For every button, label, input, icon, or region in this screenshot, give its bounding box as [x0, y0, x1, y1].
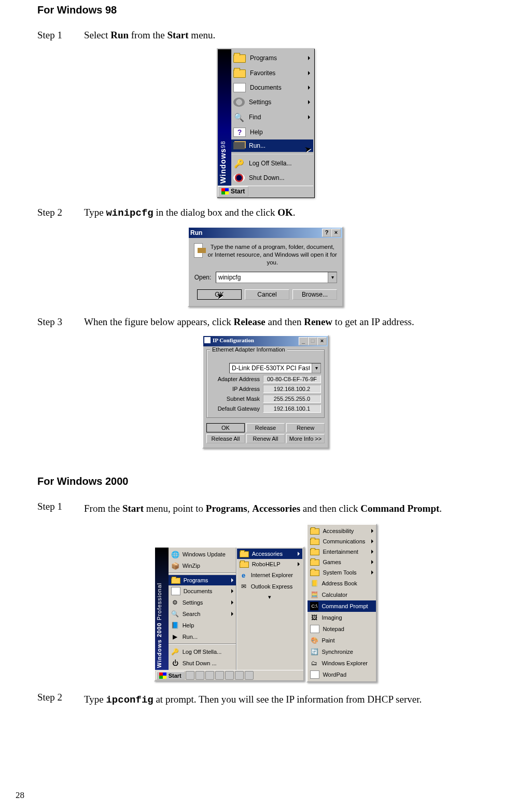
- quicklaunch-icon[interactable]: [215, 671, 224, 680]
- menu-item-search[interactable]: 🔍Search: [169, 608, 236, 620]
- submenu-item-system-tools[interactable]: System Tools: [308, 567, 376, 578]
- dialog-titlebar[interactable]: Run ? ×: [189, 228, 342, 238]
- renew-button[interactable]: Renew: [286, 423, 325, 432]
- quicklaunch-icon[interactable]: [245, 671, 254, 680]
- submenu-item-wordpad[interactable]: WordPad: [308, 669, 376, 680]
- menu-item-help[interactable]: 📘Help: [169, 620, 236, 631]
- menu-item-logoff[interactable]: 🔑Log Off Stella...: [169, 646, 236, 657]
- window-titlebar[interactable]: IP Configuration _ □ ×: [203, 336, 328, 346]
- maximize-button[interactable]: □: [308, 337, 317, 345]
- menu-label: Address Book: [322, 580, 357, 586]
- adapter-group: Ethernet Adapter Information Adapter Add…: [206, 349, 325, 418]
- menu-item-settings[interactable]: ⚙Settings: [169, 597, 236, 608]
- menu-item-programs[interactable]: Programs: [231, 50, 313, 65]
- text: When the figure below appears, click: [84, 316, 234, 327]
- menu-item-run[interactable]: Run...➤: [231, 139, 313, 152]
- quicklaunch-icon[interactable]: [235, 671, 244, 680]
- submenu-item-ie[interactable]: eInternet Explorer: [237, 569, 302, 581]
- submenu-item-outlook[interactable]: ✉Outlook Express: [237, 581, 302, 592]
- menu-item-favorites[interactable]: Favorites: [231, 65, 313, 80]
- menu-label: Favorites: [250, 69, 275, 77]
- menu-label: Help: [250, 129, 263, 136]
- start-button[interactable]: Start: [218, 186, 248, 197]
- browse-button[interactable]: Browse...: [292, 289, 337, 300]
- paint-icon: 🎨: [310, 636, 318, 645]
- menu-label: Programs: [250, 54, 277, 62]
- settings-icon: [233, 97, 245, 107]
- menu-item-settings[interactable]: Settings: [231, 95, 313, 109]
- start-button[interactable]: Start: [156, 671, 185, 680]
- help-button[interactable]: ?: [322, 229, 331, 237]
- submenu-item-accessories[interactable]: Accessories: [237, 549, 302, 559]
- submenu-item-notepad[interactable]: Notepad: [308, 623, 376, 635]
- quicklaunch-icon[interactable]: [195, 671, 204, 680]
- ok-button[interactable]: OK: [206, 423, 245, 432]
- submenu-expand[interactable]: ▾: [237, 592, 302, 602]
- open-combobox[interactable]: [216, 272, 337, 283]
- menu-item-find[interactable]: 🔍Find: [231, 109, 313, 125]
- adapter-address-value: 00-80-C8-EF-76-9F: [263, 375, 321, 383]
- submenu-arrow-icon: [298, 562, 300, 566]
- adapter-value[interactable]: [230, 363, 312, 373]
- close-button[interactable]: ×: [317, 337, 327, 345]
- menu-label: Help: [183, 622, 194, 628]
- quicklaunch-icon[interactable]: [186, 671, 194, 680]
- start-menu-2000: Windows 2000 Professional 🌐Windows Updat…: [154, 547, 304, 681]
- close-button[interactable]: ×: [331, 229, 341, 237]
- menu-label: WordPad: [323, 671, 346, 678]
- submenu-item-calculator[interactable]: 🧮Calculator: [308, 589, 376, 600]
- minimize-button[interactable]: _: [299, 337, 308, 345]
- dialog-title: Run: [190, 229, 202, 236]
- submenu-item-robohelp[interactable]: RoboHELP: [237, 559, 302, 569]
- text: to get an IP address.: [332, 316, 414, 327]
- menu-item-programs[interactable]: Programs: [169, 575, 236, 585]
- windows-flag-icon: [221, 188, 229, 194]
- menu-item-winzip[interactable]: 📦WinZip: [169, 560, 236, 571]
- submenu-item-communications[interactable]: Communications: [308, 536, 376, 547]
- folder-icon: [240, 562, 249, 568]
- dialog-message: Type the name of a program, folder, docu…: [208, 243, 338, 267]
- submenu-arrow-icon: [231, 612, 233, 616]
- dropdown-button[interactable]: [328, 272, 337, 283]
- quicklaunch-icon[interactable]: [205, 671, 214, 680]
- submenu-item-address-book[interactable]: 📒Address Book: [308, 578, 376, 589]
- quicklaunch-icon[interactable]: [225, 671, 234, 680]
- menu-item-help[interactable]: ?Help: [231, 125, 313, 139]
- ie-icon: e: [240, 571, 248, 579]
- open-input[interactable]: [216, 272, 328, 283]
- menu-item-run[interactable]: ▶Run...: [169, 631, 236, 642]
- submenu-item-games[interactable]: Games: [308, 557, 376, 567]
- submenu-item-command-prompt[interactable]: C:\Command Prompt: [308, 600, 376, 612]
- menu-item-windows-update[interactable]: 🌐Windows Update: [169, 549, 236, 560]
- menu-item-logoff[interactable]: 🔑Log Off Stella...: [231, 156, 313, 171]
- release-button[interactable]: Release: [246, 423, 285, 432]
- imaging-icon: 🖼: [310, 613, 318, 622]
- bold-text: Start: [122, 503, 144, 514]
- menu-item-documents[interactable]: Documents: [169, 585, 236, 597]
- submenu-item-synchronize[interactable]: 🔄Synchronize: [308, 646, 376, 657]
- menu-label: Communications: [323, 538, 365, 544]
- adapter-combobox[interactable]: [229, 363, 321, 373]
- bold-text: Programs: [206, 503, 247, 514]
- folder-icon: [240, 551, 249, 557]
- submenu-item-imaging[interactable]: 🖼Imaging: [308, 612, 376, 623]
- submenu-item-paint[interactable]: 🎨Paint: [308, 635, 376, 646]
- cancel-button[interactable]: Cancel: [245, 289, 289, 300]
- submenu-item-accessibility[interactable]: Accessibility: [308, 526, 376, 536]
- menu-label: Outlook Express: [251, 583, 293, 590]
- menu-label: Run...: [183, 634, 198, 640]
- submenu-item-windows-explorer[interactable]: 🗂Windows Explorer: [308, 657, 376, 669]
- dropdown-button[interactable]: [312, 363, 320, 373]
- bold-text: OK: [277, 207, 293, 218]
- menu-item-documents[interactable]: Documents: [231, 80, 313, 95]
- menu-item-shutdown[interactable]: ⏻Shut Down ...: [169, 657, 236, 669]
- menu-label: Entertainment: [323, 549, 358, 555]
- submenu-item-entertainment[interactable]: Entertainment: [308, 547, 376, 557]
- group-legend: Ethernet Adapter Information: [210, 346, 287, 353]
- renew-all-button[interactable]: Renew All: [246, 434, 285, 443]
- menu-item-shutdown[interactable]: Shut Down...: [231, 171, 313, 185]
- ok-button[interactable]: OK: [197, 289, 242, 300]
- address-book-icon: 📒: [310, 579, 318, 587]
- release-all-button[interactable]: Release All: [206, 434, 245, 443]
- more-info-button[interactable]: More Info >>: [286, 434, 325, 443]
